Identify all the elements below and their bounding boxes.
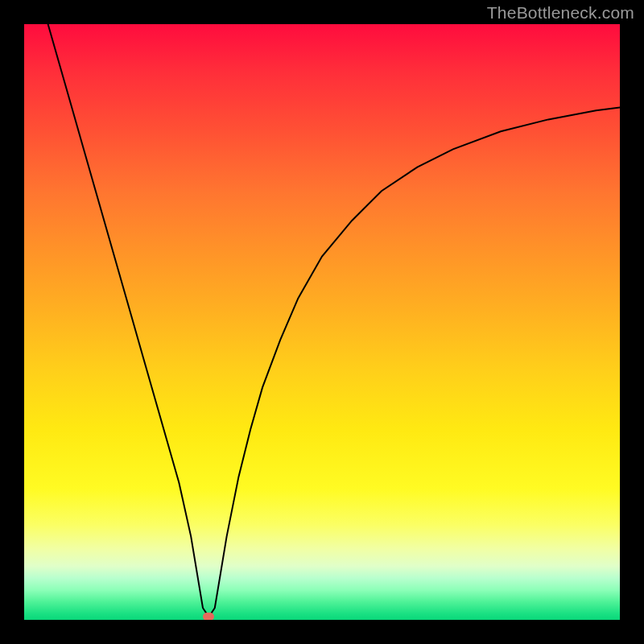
chart-frame: TheBottleneck.com bbox=[0, 0, 644, 644]
curve-svg bbox=[24, 24, 620, 620]
bottleneck-curve bbox=[48, 24, 620, 617]
plot-area bbox=[24, 24, 620, 620]
watermark-text: TheBottleneck.com bbox=[487, 3, 634, 23]
optimal-point-marker bbox=[203, 613, 214, 620]
